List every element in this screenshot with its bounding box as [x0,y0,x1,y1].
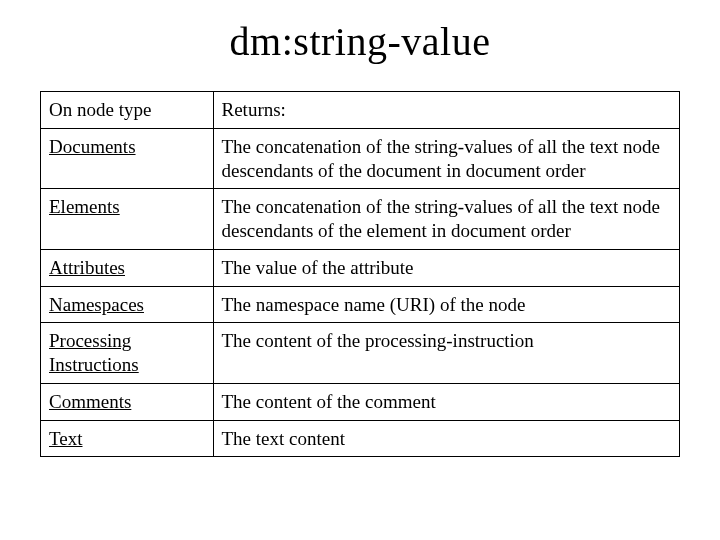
table-row: Elements The concatenation of the string… [41,189,680,250]
returns-cell: The content of the comment [213,383,679,420]
returns-cell: The concatenation of the string-values o… [213,128,679,189]
table-row: Comments The content of the comment [41,383,680,420]
table-row: Documents The concatenation of the strin… [41,128,680,189]
returns-cell: The content of the processing-instructio… [213,323,679,384]
slide: dm:string-value On node type Returns: Do… [0,0,720,540]
table-row: Attributes The value of the attribute [41,249,680,286]
node-type-link-text[interactable]: Text [49,428,83,449]
node-type-link-namespaces[interactable]: Namespaces [49,294,144,315]
header-returns: Returns: [213,92,679,129]
returns-cell: The value of the attribute [213,249,679,286]
node-type-link-elements[interactable]: Elements [49,196,120,217]
header-node-type: On node type [41,92,214,129]
page-title: dm:string-value [40,18,680,65]
returns-cell: The concatenation of the string-values o… [213,189,679,250]
returns-cell: The text content [213,420,679,457]
node-type-link-documents[interactable]: Documents [49,136,136,157]
table-row: Text The text content [41,420,680,457]
table-row: Processing Instructions The content of t… [41,323,680,384]
table-header-row: On node type Returns: [41,92,680,129]
node-type-link-comments[interactable]: Comments [49,391,131,412]
node-type-link-attributes[interactable]: Attributes [49,257,125,278]
table-row: Namespaces The namespace name (URI) of t… [41,286,680,323]
returns-cell: The namespace name (URI) of the node [213,286,679,323]
node-type-link-processing-instructions[interactable]: Processing Instructions [49,330,139,375]
string-value-table: On node type Returns: Documents The conc… [40,91,680,457]
